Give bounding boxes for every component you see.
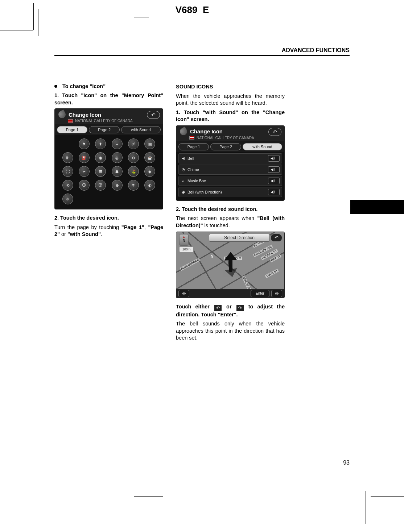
sound-icons-heading: SOUND ICONS (176, 83, 285, 91)
icon-option[interactable]: ✂ (79, 166, 90, 177)
leaf-icon (57, 109, 67, 119)
compass-icon[interactable]: ▲N (179, 234, 189, 246)
icon-option[interactable]: ⚑ (79, 138, 90, 149)
icon-option[interactable]: ⊙ (128, 152, 139, 163)
icon-option[interactable]: ☰ (95, 166, 106, 177)
enter-button[interactable]: Enter (251, 290, 269, 297)
subtitle-text: NATIONAL GALLERY OF CANADA (75, 119, 133, 123)
bell-direction-icon: ◕ (181, 190, 185, 194)
icon-option[interactable]: ☗ (112, 166, 123, 177)
body-text: Turn the page by touching "Page 1", "Pag… (54, 224, 163, 238)
icon-option[interactable]: ⬆ (95, 138, 106, 149)
icon-grid: ⚑ ⬆ ▲ ☍ ▤ ⊪ ⛽ ◉ ◎ ⊙ ☕ ⛶ ✂ ☰ ☗ ⛳ ◆ ⟲ ⓘ Ⓟ … (55, 135, 163, 209)
section-header: ADVANCED FUNCTIONS (282, 47, 350, 54)
back-button[interactable]: ↶ (271, 234, 282, 242)
icon-option[interactable]: ☂ (128, 180, 139, 191)
play-button[interactable]: ◀》 (268, 155, 280, 162)
tab-page-1[interactable]: Page 1 (57, 126, 87, 133)
bullet-text: To change "Icon" (62, 83, 106, 89)
body-text: The next screen appears when "Bell (with… (176, 215, 285, 229)
shot-title: Change Icon (190, 128, 223, 134)
scale-indicator[interactable]: 100m (179, 246, 194, 252)
crop-mark (149, 496, 149, 525)
step-1: 1. Touch "Icon" on the "Memory Point" sc… (54, 92, 163, 106)
musicbox-icon: ♫ (181, 179, 185, 183)
direction-arrow (223, 253, 238, 274)
sound-label: Chime (187, 167, 199, 172)
crop-mark (377, 464, 377, 496)
screenshot-change-icon-grid: Change Icon ↶ NATIONAL GALLERY OF CANADA… (54, 108, 163, 209)
zoom-in-button[interactable]: ⊕ (178, 290, 189, 297)
header-underline (134, 17, 149, 17)
crop-mark (366, 491, 366, 524)
sound-list: ◀Bell ◀》 ◔Chime ◀》 ♫Music Box ◀》 ◕Bell (… (176, 152, 284, 200)
icon-option[interactable]: ◎ (112, 152, 123, 163)
tab-page-2[interactable]: Page 2 (210, 143, 241, 150)
sound-row-bell-direction[interactable]: ◕Bell (with Direction) ◀》 (178, 187, 282, 197)
tab-row: Page 1 Page 2 with Sound (55, 124, 163, 135)
shot-subtitle: NATIONAL GALLERY OF CANADA (55, 119, 163, 124)
icon-option[interactable]: ⛶ (62, 166, 73, 177)
icon-option[interactable]: ▲ (112, 138, 123, 149)
icon-option[interactable]: ◐ (144, 180, 155, 191)
crop-mark (27, 3, 34, 30)
flag-icon (189, 136, 194, 140)
leaf-icon (178, 126, 188, 136)
crop-mark (0, 30, 33, 30)
icon-option[interactable]: ◆ (144, 166, 155, 177)
icon-option[interactable]: ⛳ (128, 166, 139, 177)
icon-option[interactable]: ☍ (128, 138, 139, 149)
step-3: Touch either ↶ or ↷ to adjust the direct… (176, 303, 285, 319)
shot-subtitle: NATIONAL GALLERY OF CANADA (176, 136, 284, 141)
left-column: To change "Icon" 1. Touch "Icon" on the … (54, 83, 163, 240)
shot-header: Change Icon ↶ (176, 126, 284, 136)
body-text: The bell sounds only when the vehicle ap… (176, 320, 285, 342)
icon-option[interactable]: ▤ (144, 138, 155, 149)
play-button[interactable]: ◀》 (268, 166, 280, 173)
icon-option[interactable]: ⊕ (112, 180, 123, 191)
bell-icon: ◀ (181, 156, 185, 161)
map-footer: ⊕ Enter ⊖ (176, 289, 284, 298)
page-number: 93 (343, 460, 350, 466)
crop-mark (134, 496, 163, 497)
icon-option[interactable]: ◉ (95, 152, 106, 163)
flag-icon (68, 119, 73, 123)
step-1: 1. Touch "with Sound" on the "Change Ico… (176, 109, 285, 123)
crop-mark (377, 30, 377, 36)
bullet-heading: To change "Icon" (54, 83, 163, 89)
icon-option[interactable]: ⓘ (79, 180, 90, 191)
sound-label: Bell (with Direction) (187, 190, 222, 194)
zoom-out-button[interactable]: ⊖ (271, 290, 282, 297)
back-button[interactable]: ↶ (268, 128, 281, 136)
tab-row: Page 1 Page 2 with Sound (176, 141, 284, 152)
sound-row-chime[interactable]: ◔Chime ◀》 (178, 165, 282, 175)
icon-option[interactable]: ⊪ (62, 152, 73, 163)
icon-option[interactable]: ⛽ (79, 152, 90, 163)
tab-with-sound[interactable]: with Sound (243, 143, 282, 150)
sound-row-bell[interactable]: ◀Bell ◀》 (178, 153, 282, 163)
crop-mark (38, 9, 38, 36)
play-button[interactable]: ◀》 (268, 189, 280, 195)
north-indicator: N (211, 254, 213, 258)
tab-page-1[interactable]: Page 1 (178, 143, 209, 150)
map-title: Select Direction (209, 234, 270, 242)
sound-label: Music Box (187, 179, 206, 183)
rotate-right-icon: ↷ (236, 305, 244, 311)
play-button[interactable]: ◀》 (268, 178, 280, 184)
screenshot-select-direction: ST AND GUIGUES AVE PATRICK ST RAY ST YOR… (176, 232, 285, 298)
sound-row-musicbox[interactable]: ♫Music Box ◀》 (178, 176, 282, 186)
sound-label: Bell (187, 156, 194, 161)
tab-page-2[interactable]: Page 2 (89, 126, 119, 133)
icon-option[interactable]: Ⓟ (95, 180, 106, 191)
step-2: 2. Touch the desired sound icon. (176, 206, 285, 213)
back-button[interactable]: ↶ (147, 111, 160, 119)
screenshot-change-icon-sound: Change Icon ↶ NATIONAL GALLERY OF CANADA… (176, 125, 285, 201)
right-column: SOUND ICONS When the vehicle approaches … (176, 83, 285, 344)
icon-option[interactable]: ✈ (62, 194, 73, 204)
side-tab (350, 200, 404, 214)
shot-title: Change Icon (69, 112, 101, 118)
icon-option[interactable]: ☕ (144, 152, 155, 163)
rotate-left-icon: ↶ (214, 305, 222, 311)
tab-with-sound[interactable]: with Sound (121, 126, 161, 133)
icon-option[interactable]: ⟲ (62, 180, 73, 191)
